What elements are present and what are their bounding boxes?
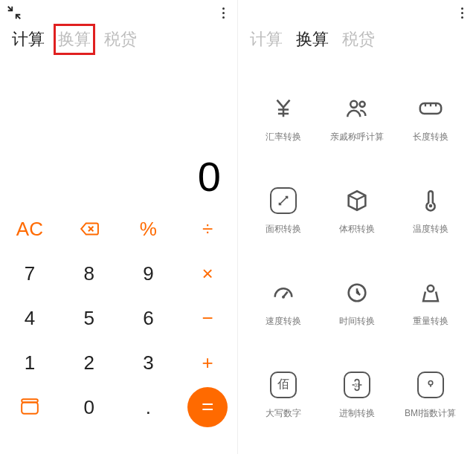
left-topbar <box>0 0 237 25</box>
key-0[interactable]: 0 <box>60 385 119 429</box>
speed-convert[interactable]: 速度转换 <box>247 257 321 349</box>
binary-icon <box>342 370 372 400</box>
divide-key[interactable]: ÷ <box>178 207 237 251</box>
tab-tax[interactable]: 税贷 <box>104 28 137 51</box>
key-2[interactable]: 2 <box>60 340 119 385</box>
conv-label: 大写数字 <box>266 407 301 420</box>
key-5[interactable]: 5 <box>60 296 119 340</box>
bmi-icon <box>416 370 446 400</box>
dot-key[interactable]: . <box>119 385 178 429</box>
percent-key[interactable]: % <box>119 207 178 251</box>
currency-exchange[interactable]: 汇率转换 <box>247 73 321 165</box>
more-menu-icon[interactable] <box>216 6 230 19</box>
relative-calc[interactable]: 亲戚称呼计算 <box>321 73 394 165</box>
conv-label: 体积转换 <box>339 223 375 236</box>
tab-convert[interactable]: 换算 <box>296 28 329 51</box>
volume-convert[interactable]: 体积转换 <box>321 165 394 257</box>
tab-convert-label: 换算 <box>58 30 91 48</box>
clock-icon <box>342 278 372 308</box>
length-convert[interactable]: 长度转换 <box>393 73 467 165</box>
more-menu-icon[interactable] <box>455 6 469 19</box>
capital-number[interactable]: 佰大写数字 <box>247 348 321 441</box>
yen-icon <box>268 94 298 123</box>
collapse-icon[interactable] <box>6 4 22 21</box>
equals-key[interactable]: = <box>178 385 237 429</box>
keypad: AC%÷789×456−123+0.= <box>0 207 237 429</box>
key-1[interactable]: 1 <box>0 340 60 385</box>
right-tabs: 计算 换算 税贷 <box>238 25 476 58</box>
conv-label: 温度转换 <box>413 223 448 236</box>
right-topbar <box>238 0 476 25</box>
key-7[interactable]: 7 <box>0 251 60 296</box>
tab-convert[interactable]: 换算 <box>58 28 91 51</box>
ruler-icon <box>416 94 446 123</box>
key-6[interactable]: 6 <box>119 296 178 340</box>
bai-icon: 佰 <box>268 370 298 400</box>
conv-label: 时间转换 <box>339 315 375 328</box>
tab-calc[interactable]: 计算 <box>250 28 283 51</box>
area-convert[interactable]: 面积转换 <box>247 165 321 257</box>
thermometer-icon <box>416 186 446 215</box>
cube-icon <box>342 186 372 215</box>
convert-pane: 计算 换算 税贷 汇率转换亲戚称呼计算长度转换面积转换体积转换温度转换速度转换时… <box>238 0 476 454</box>
conv-label: 进制转换 <box>339 407 375 420</box>
multiply-key[interactable]: × <box>178 251 237 296</box>
key-4[interactable]: 4 <box>0 296 60 340</box>
area-icon <box>268 186 298 215</box>
plus-key[interactable]: + <box>178 340 237 385</box>
convert-grid: 汇率转换亲戚称呼计算长度转换面积转换体积转换温度转换速度转换时间转换重量转换佰大… <box>238 65 476 454</box>
key-9[interactable]: 9 <box>119 251 178 296</box>
key-8[interactable]: 8 <box>60 251 119 296</box>
people-icon <box>342 94 372 123</box>
time-convert[interactable]: 时间转换 <box>321 257 394 349</box>
ac-key[interactable]: AC <box>0 207 60 251</box>
left-tabs: 计算 换算 税贷 <box>0 25 237 58</box>
temperature-convert[interactable]: 温度转换 <box>393 165 467 257</box>
conv-label: 亲戚称呼计算 <box>330 131 384 143</box>
gauge-icon <box>268 278 298 308</box>
tab-tax[interactable]: 税贷 <box>342 28 375 51</box>
calc-display: 0 <box>0 58 237 207</box>
backspace-key[interactable] <box>60 207 119 251</box>
conv-label: 汇率转换 <box>266 131 301 143</box>
base-convert[interactable]: 进制转换 <box>321 348 394 441</box>
expand-key[interactable] <box>0 385 60 429</box>
bmi-calc[interactable]: BMI指数计算 <box>393 348 467 441</box>
weight-convert[interactable]: 重量转换 <box>393 257 467 349</box>
minus-key[interactable]: − <box>178 296 237 340</box>
key-3[interactable]: 3 <box>119 340 178 385</box>
weight-icon <box>416 278 446 308</box>
conv-label: 重量转换 <box>413 315 448 328</box>
tab-calc[interactable]: 计算 <box>12 28 45 51</box>
conv-label: BMI指数计算 <box>405 407 456 420</box>
calculator-pane: 计算 换算 税贷 0 AC%÷789×456−123+0.= <box>0 0 238 454</box>
conv-label: 速度转换 <box>266 315 301 328</box>
conv-label: 长度转换 <box>413 131 448 143</box>
conv-label: 面积转换 <box>266 223 301 236</box>
